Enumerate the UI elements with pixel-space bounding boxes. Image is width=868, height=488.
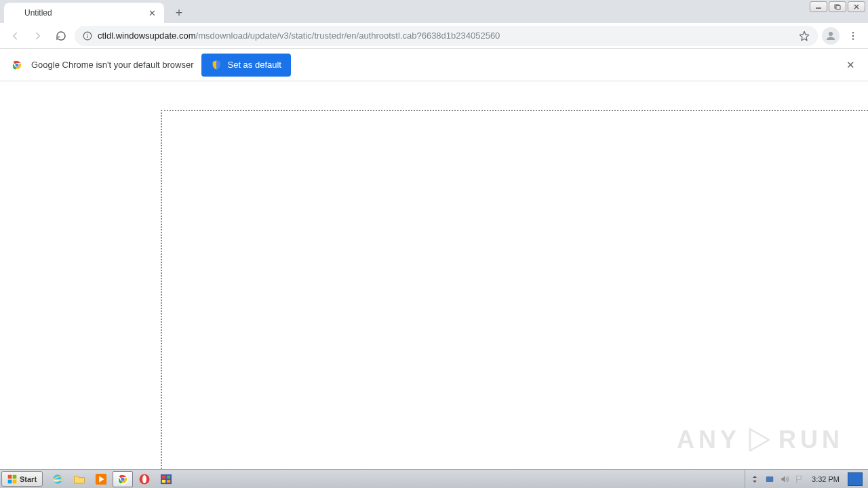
show-desktop-button[interactable] [848,472,863,486]
windows-logo-icon [7,474,17,484]
svg-rect-15 [8,474,12,479]
svg-rect-31 [766,476,774,481]
shield-icon [211,60,222,70]
svg-rect-17 [8,479,12,483]
reload-button[interactable] [52,26,71,45]
svg-point-23 [121,477,124,481]
svg-point-10 [852,35,854,36]
infobar-close-icon[interactable]: ✕ [844,58,857,72]
svg-rect-18 [13,479,17,483]
broken-content-placeholder [161,110,868,469]
taskbar: Start 3:32 PM [0,469,868,488]
infobar-message: Google Chrome isn't your default browser [31,60,193,70]
start-label: Start [20,475,37,483]
tab-title: Untitled [24,8,146,18]
url-host: ctldl.windowsupdate.com [98,30,196,41]
tab-strip: Untitled ✕ + [0,0,868,23]
page-content [0,81,868,469]
browser-toolbar: ctldl.windowsupdate.com/msdownload/updat… [0,23,868,49]
bookmark-star-icon[interactable] [799,30,810,41]
taskbar-explorer-icon[interactable] [69,471,90,487]
close-window-button[interactable] [848,1,865,12]
forward-button[interactable] [28,26,47,45]
start-button[interactable]: Start [1,471,43,487]
tray-expand-icon[interactable] [749,474,760,485]
svg-rect-28 [167,475,170,478]
url-text: ctldl.windowsupdate.com/msdownload/updat… [98,30,500,41]
taskbar-clock[interactable]: 3:32 PM [809,475,842,483]
browser-tab[interactable]: Untitled ✕ [4,3,164,23]
svg-rect-27 [162,475,165,478]
url-path: /msdownload/update/v3/static/trustedr/en… [196,30,500,41]
svg-rect-16 [13,474,17,479]
svg-point-8 [829,32,833,36]
taskbar-opera-icon[interactable] [134,471,155,487]
svg-point-11 [852,38,854,39]
svg-rect-2 [836,6,840,9]
close-tab-icon[interactable]: ✕ [146,7,157,18]
taskbar-chrome-icon[interactable] [113,471,133,487]
tray-volume-icon[interactable] [779,474,790,485]
default-browser-infobar: Google Chrome isn't your default browser… [0,49,868,81]
system-tray: 3:32 PM [745,470,868,488]
taskbar-app-icon[interactable] [156,471,176,487]
tray-flag-icon[interactable] [794,474,805,485]
maximize-button[interactable] [829,1,846,12]
taskbar-ie-icon[interactable] [47,471,68,487]
chrome-logo-icon [11,59,23,71]
window-controls [810,1,865,12]
tray-security-icon[interactable] [764,474,775,485]
set-default-label: Set as default [227,60,281,70]
taskbar-pinned [47,470,177,488]
new-tab-button[interactable]: + [170,3,189,22]
svg-rect-30 [167,479,170,482]
minimize-button[interactable] [810,1,827,12]
svg-point-9 [852,32,854,33]
back-button[interactable] [5,26,24,45]
taskbar-media-icon[interactable] [91,471,111,487]
address-bar[interactable]: ctldl.windowsupdate.com/msdownload/updat… [75,26,818,46]
set-default-button[interactable]: Set as default [201,54,291,77]
svg-point-25 [142,475,146,483]
site-info-icon[interactable] [83,31,92,41]
svg-rect-29 [162,479,165,482]
kebab-menu-icon[interactable] [844,26,863,45]
profile-avatar[interactable] [822,27,840,45]
